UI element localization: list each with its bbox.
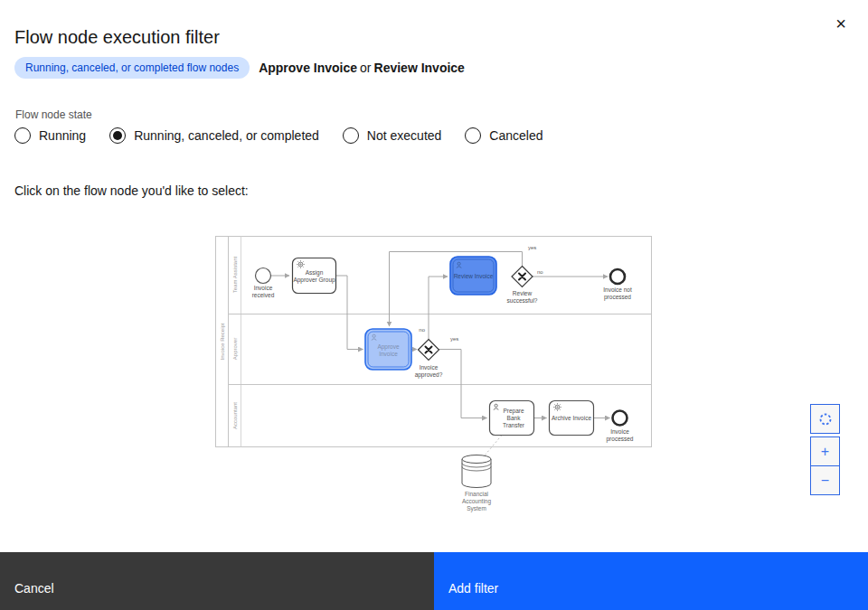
node-label: Review Invoice	[454, 273, 494, 279]
lane-label-accountant: Accountant	[232, 402, 238, 429]
lane-label-team-assistant: Team Assistant	[232, 256, 238, 293]
bpmn-diagram[interactable]: Invoice Receipt Team Assistant Approver …	[214, 235, 654, 524]
flow-node-state-radio-group: Running Running, canceled, or completed …	[14, 127, 543, 144]
radio-circle[interactable]	[343, 127, 359, 144]
radio-label: Not executed	[367, 128, 442, 143]
reset-zoom-icon	[818, 412, 833, 427]
radio-circle[interactable]	[465, 127, 481, 144]
node-label: Invoicereceived	[252, 285, 275, 298]
node-label: Invoice notprocessed	[603, 286, 632, 301]
task-review-invoice[interactable]: Review Invoice	[450, 257, 496, 295]
radio-running[interactable]: Running	[14, 127, 86, 144]
zoom-out-button[interactable]: −	[810, 465, 840, 495]
selected-node-a: Approve Invoice	[259, 61, 357, 75]
task-approve-invoice[interactable]: ApproveInvoice	[365, 329, 411, 370]
data-store-financial-accounting-system[interactable]: FinancialAccountingSystem	[462, 455, 492, 513]
node-label: ApproveInvoice	[377, 343, 400, 357]
radio-canceled[interactable]: Canceled	[465, 127, 542, 144]
close-icon[interactable]: ×	[828, 11, 854, 36]
task-prepare-bank-transfer[interactable]: PrepareBankTransfer	[490, 401, 534, 436]
flow-node-state-label: Flow node state	[15, 108, 92, 121]
flow-node-execution-filter-modal: Flow node execution filter × Running, ca…	[0, 0, 868, 610]
edge-label-review-no: no	[537, 269, 543, 275]
edge-label-approved-yes: yes	[450, 336, 458, 342]
radio-circle[interactable]	[14, 127, 31, 144]
or-separator: or	[357, 61, 373, 75]
filter-preview: Running, canceled, or completed flow nod…	[14, 57, 465, 79]
reset-zoom-button[interactable]	[810, 404, 840, 434]
edge-label-review-yes: yes	[528, 245, 536, 250]
edge-label-approved-no: no	[419, 327, 425, 333]
cancel-button[interactable]: Cancel	[0, 552, 434, 610]
zoom-in-button[interactable]: +	[810, 436, 840, 466]
pool-label: Invoice Receipt	[220, 323, 225, 360]
radio-not-executed[interactable]: Not executed	[343, 127, 442, 144]
add-filter-button[interactable]: Add filter	[434, 552, 868, 610]
task-assign-approver-group[interactable]: AssignApprover Group	[293, 258, 336, 294]
radio-label: Running, canceled, or completed	[134, 128, 319, 143]
radio-running-canceled-completed[interactable]: Running, canceled, or completed	[109, 127, 319, 144]
lane-label-approver: Approver	[232, 338, 238, 360]
flow-node-state-tag: Running, canceled, or completed flow nod…	[14, 57, 250, 79]
node-label: FinancialAccountingSystem	[462, 491, 492, 512]
modal-footer: Cancel Add filter	[0, 552, 868, 610]
selected-node-b: Review Invoice	[374, 61, 465, 75]
task-archive-invoice[interactable]: Archive Invoice	[550, 401, 594, 436]
instruction-text: Click on the flow node you'd like to sel…	[14, 183, 249, 198]
bpmn-canvas[interactable]: Invoice Receipt Team Assistant Approver …	[214, 235, 654, 524]
selected-flow-nodes-text: Approve InvoiceorReview Invoice	[259, 61, 465, 75]
page-title: Flow node execution filter	[14, 27, 220, 48]
radio-label: Canceled	[489, 128, 542, 143]
radio-label: Running	[39, 128, 86, 143]
node-label: Archive Invoice	[552, 415, 591, 421]
radio-circle[interactable]	[109, 127, 126, 144]
